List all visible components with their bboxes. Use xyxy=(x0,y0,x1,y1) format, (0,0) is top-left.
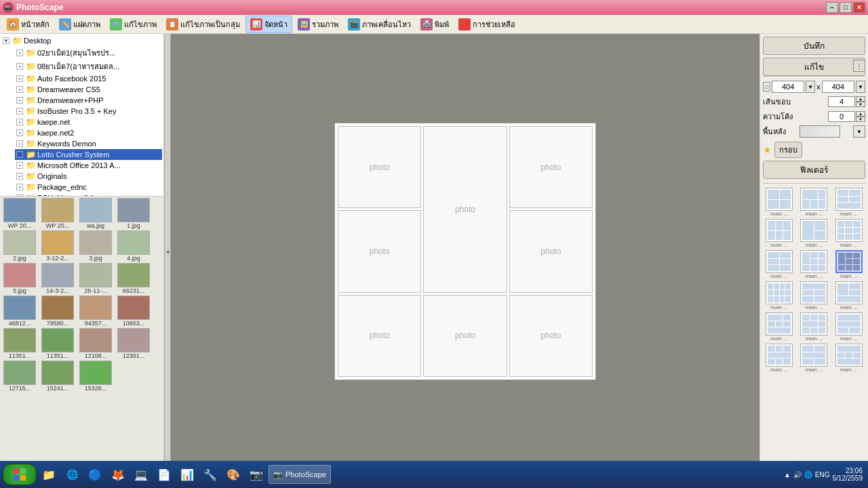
tree-item[interactable]: + 📁 Microsoft Office 2013 A... xyxy=(15,160,162,171)
taskbar-file-manager[interactable]: 📁 xyxy=(38,464,60,485)
tree-root[interactable]: ▼ 📁 Desktop xyxy=(1,35,162,46)
tree-item[interactable]: + 📁 Keywords Demon xyxy=(15,138,162,149)
taskbar-tool[interactable]: 🔧 xyxy=(199,464,221,485)
tree-item[interactable]: + 📁 Auto Facebook 2015 xyxy=(15,73,162,84)
tree-item[interactable]: + 📁 08ยาเม็ด7(อาหารสมดล... xyxy=(15,60,162,73)
menu-gif[interactable]: 🎬 ภาพเคลื่อนไหว xyxy=(344,16,415,33)
expand-btn[interactable]: + xyxy=(16,119,23,125)
thumb-item[interactable]: 10653... xyxy=(115,296,152,327)
expand-btn[interactable]: + xyxy=(16,151,23,158)
template-item[interactable]: main ... xyxy=(763,219,795,248)
taskbar-app1[interactable]: 💻 xyxy=(130,464,152,485)
photo-cell[interactable]: photo xyxy=(509,295,593,377)
expand-btn[interactable]: + xyxy=(16,86,23,93)
filter-button[interactable]: ฟิลเตอร์ xyxy=(763,161,865,179)
thumb-item[interactable]: WP 20... xyxy=(39,198,76,229)
template-item[interactable]: main ... xyxy=(833,344,865,373)
template-item[interactable]: main ... xyxy=(797,219,830,248)
photo-cell-large[interactable]: photo xyxy=(423,126,507,293)
template-item[interactable]: main ... xyxy=(833,219,865,248)
template-item[interactable]: main ... xyxy=(797,344,830,373)
tree-item[interactable]: + 📁 Dreamweaver+PHP xyxy=(15,95,162,106)
thumb-item[interactable]: 12108... xyxy=(77,328,114,359)
thumb-item[interactable]: 1.jpg xyxy=(115,198,152,229)
template-item[interactable]: main ... xyxy=(763,312,795,342)
menu-batch[interactable]: ⚙️ แก้ไขภาพ xyxy=(106,16,161,33)
depth-input[interactable] xyxy=(828,111,855,122)
tree-item[interactable]: + 📁 kaepe.net xyxy=(15,117,162,127)
expand-btn[interactable]: + xyxy=(16,140,23,147)
expand-btn[interactable]: + xyxy=(16,49,23,56)
expand-btn[interactable]: + xyxy=(16,97,23,104)
thumb-item[interactable]: 5.jpg xyxy=(1,263,38,294)
taskbar-paint[interactable]: 🎨 xyxy=(222,464,244,485)
thumb-item[interactable]: 3.jpg xyxy=(77,230,114,262)
photo-cell[interactable]: photo xyxy=(509,210,593,292)
tray-network[interactable]: 🌐 xyxy=(804,471,812,479)
thumb-item[interactable]: wa.jpg xyxy=(77,198,114,229)
thumb-item[interactable]: 4.jpg xyxy=(115,230,152,262)
photo-cell[interactable]: photo xyxy=(338,210,421,292)
template-item[interactable]: main ... xyxy=(797,312,830,342)
tree-item[interactable]: + 📁 Dreamweaver CS5 xyxy=(15,84,162,95)
menu-group[interactable]: 🖼️ รวมภาพ xyxy=(294,16,342,33)
template-item-selected[interactable]: main ... xyxy=(833,250,865,279)
thumb-item[interactable]: 2.jpg xyxy=(1,230,38,262)
expand-btn[interactable]: + xyxy=(16,173,23,180)
frame-button[interactable]: กรอบ xyxy=(774,142,802,158)
template-item[interactable]: main ... xyxy=(763,250,795,279)
minimize-button[interactable]: − xyxy=(826,2,838,13)
thumb-item[interactable]: 66231... xyxy=(115,263,152,294)
taskbar-chrome[interactable]: 🔵 xyxy=(84,464,106,485)
tree-item[interactable]: + 📁 02ยาเม็ด1(สมุนไพรปร... xyxy=(15,46,162,60)
edit-button[interactable]: แก้ไข xyxy=(763,58,865,76)
height-input[interactable] xyxy=(822,81,854,93)
thumb-item[interactable]: 26-11-... xyxy=(77,263,114,294)
thumb-item[interactable]: 79580... xyxy=(39,296,76,327)
thumb-item[interactable]: 3-12-2... xyxy=(39,230,76,262)
expand-btn[interactable]: + xyxy=(16,129,23,136)
expand-btn[interactable]: + xyxy=(16,184,23,190)
border-input[interactable] xyxy=(828,96,855,107)
template-item[interactable]: main ... xyxy=(797,188,830,217)
width-input[interactable] xyxy=(772,81,804,93)
expand-desktop[interactable]: ▼ xyxy=(3,37,9,44)
depth-up[interactable]: ▲ xyxy=(856,111,865,117)
photo-cell[interactable]: photo xyxy=(338,126,421,208)
thumbnail-area[interactable]: WP 20... WP 20... wa.jpg 1.jpg 2.jp xyxy=(0,197,163,469)
tree-item-selected[interactable]: + 📁 Lotto Crusher System xyxy=(15,149,162,160)
thumb-item[interactable]: 11351... xyxy=(1,328,38,359)
thumb-item[interactable]: WP 20... xyxy=(1,198,38,229)
thumb-item[interactable]: 14-3-2... xyxy=(39,263,76,294)
close-button[interactable]: ✕ xyxy=(853,2,865,13)
save-button[interactable]: บันทึก xyxy=(763,37,865,55)
template-item[interactable]: main ... xyxy=(797,250,830,279)
thumb-item[interactable]: 12301... xyxy=(115,328,152,359)
thumb-item[interactable]: 46812... xyxy=(1,296,38,327)
maximize-button[interactable]: □ xyxy=(840,2,852,13)
taskbar-word[interactable]: 📄 xyxy=(153,464,175,485)
menu-home[interactable]: 🏠 หน้าหลัก xyxy=(3,16,54,33)
tree-item[interactable]: + 📁 kaepe.net2 xyxy=(15,127,162,138)
thumb-item[interactable]: 15326... xyxy=(77,361,114,392)
options-icon[interactable]: ⋮ xyxy=(853,60,865,72)
expand-btn[interactable]: + xyxy=(16,162,23,169)
canvas-area[interactable]: photo photo photo photo photo photo xyxy=(171,34,760,469)
template-item[interactable]: main ... xyxy=(797,281,830,310)
taskbar-ie[interactable]: 🌐 xyxy=(61,464,83,485)
menu-editor[interactable]: ✏️ แฝดภาพ xyxy=(55,16,104,33)
tray-arrow[interactable]: ▲ xyxy=(784,471,791,479)
thumb-item[interactable]: 15241... xyxy=(39,361,76,392)
height-dropdown[interactable]: ▼ xyxy=(856,81,865,93)
start-button[interactable] xyxy=(3,464,37,485)
expand-btn[interactable]: + xyxy=(16,63,23,70)
template-item[interactable]: main ... xyxy=(833,281,865,310)
tree-item[interactable]: + 📁 Package_ednc xyxy=(15,182,162,192)
thumb-item[interactable]: 94357... xyxy=(77,296,114,327)
depth-down[interactable]: ▼ xyxy=(856,117,865,122)
menu-print[interactable]: 🖨️ พิมพ์ xyxy=(416,16,453,33)
template-item[interactable]: main ... xyxy=(833,188,865,217)
tree-item[interactable]: + 📁 Originals xyxy=(15,171,162,182)
bg-color-picker[interactable] xyxy=(800,125,840,138)
thumb-item[interactable]: 11351... xyxy=(39,328,76,359)
